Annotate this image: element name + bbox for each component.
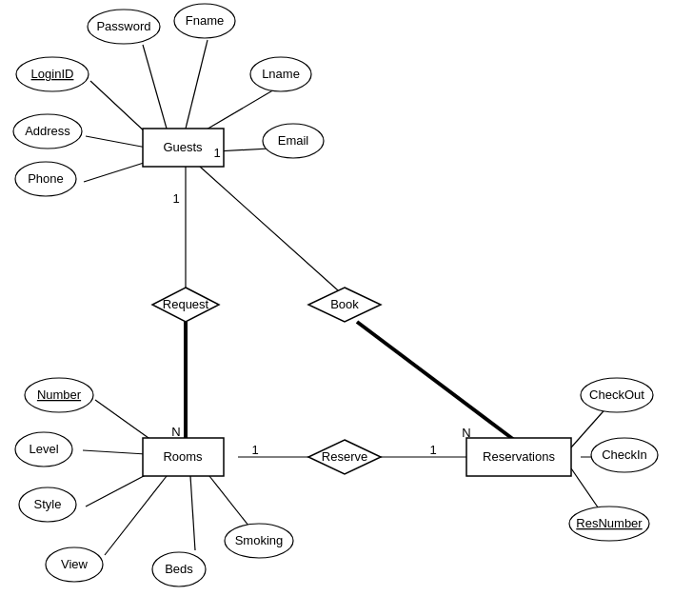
smoking-label: Smoking [235, 533, 284, 547]
svg-line-16 [105, 476, 167, 555]
reservations-label: Reservations [483, 449, 555, 464]
fname-label: Fname [186, 13, 224, 28]
checkout-label: CheckOut [589, 387, 644, 402]
style-label: Style [34, 497, 62, 511]
svg-line-10 [357, 322, 514, 440]
card-rooms-request: N [171, 425, 180, 439]
svg-line-18 [209, 476, 252, 530]
svg-line-2 [186, 40, 208, 129]
resnumber-label: ResNumber [576, 516, 643, 530]
svg-line-1 [143, 45, 167, 129]
card-reservations-reserve: 1 [429, 443, 436, 457]
card-reservations-book: N [462, 426, 470, 440]
er-diagram: Request Book Reserve Guests Rooms Reserv… [0, 0, 693, 616]
phone-label: Phone [28, 171, 64, 186]
guests-label: Guests [163, 140, 203, 154]
svg-line-8 [200, 167, 338, 290]
reserve-label: Reserve [322, 449, 367, 464]
beds-label: Beds [165, 562, 193, 576]
lname-label: Lname [262, 67, 300, 81]
number-label: Number [37, 387, 82, 402]
checkin-label: CheckIn [602, 447, 647, 462]
email-label: Email [278, 133, 309, 148]
password-label: Password [96, 19, 150, 33]
view-label: View [61, 557, 89, 571]
loginid-label: LoginID [31, 67, 74, 81]
address-label: Address [25, 124, 70, 138]
rooms-label: Rooms [163, 449, 203, 464]
card-guests-book: 1 [213, 146, 220, 160]
level-label: Level [29, 442, 58, 456]
book-label: Book [330, 297, 359, 311]
card-guests-request: 1 [172, 191, 179, 206]
svg-line-17 [190, 476, 195, 550]
request-label: Request [163, 297, 209, 311]
card-rooms-reserve: 1 [251, 443, 258, 457]
svg-line-3 [200, 86, 281, 133]
